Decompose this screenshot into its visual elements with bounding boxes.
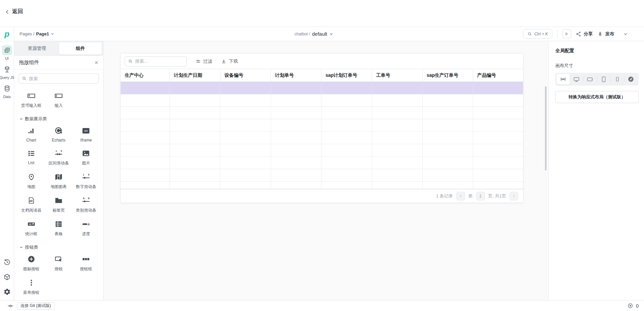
table-cell[interactable]: [170, 82, 220, 94]
table-cell[interactable]: [220, 144, 271, 156]
table-cell[interactable]: [170, 144, 220, 156]
table-row[interactable]: [121, 169, 523, 182]
table-cell[interactable]: [372, 182, 423, 189]
table-cell[interactable]: [423, 119, 473, 131]
download-button[interactable]: 下载: [221, 58, 238, 64]
column-header[interactable]: 工单号: [372, 69, 423, 82]
toolbar-more-chevron-icon[interactable]: [623, 32, 628, 36]
table-cell[interactable]: [271, 82, 321, 94]
column-header[interactable]: sap计划订单号: [321, 69, 372, 82]
table-row[interactable]: [121, 82, 523, 94]
widget-item[interactable]: 12 统计框: [18, 216, 45, 240]
app-env-selector[interactable]: chatbot / default: [295, 27, 333, 41]
device-option-desktop[interactable]: [570, 74, 583, 85]
column-header[interactable]: 计划单号: [271, 69, 321, 82]
table-cell[interactable]: [372, 132, 423, 144]
widget-search-input[interactable]: [29, 76, 95, 81]
table-cell[interactable]: [220, 169, 271, 181]
connect-git-button[interactable]: 连接 Git (测试版): [17, 302, 55, 310]
device-option-custom[interactable]: [624, 74, 638, 85]
publish-button[interactable]: 发布: [597, 31, 614, 37]
widget-item[interactable]: AE 类别滑动条: [72, 192, 100, 216]
history-icon[interactable]: [3, 258, 11, 266]
table-row[interactable]: [121, 144, 523, 157]
device-option-tablet-landscape[interactable]: [583, 74, 597, 85]
table-cell[interactable]: [473, 132, 523, 144]
rail-item-ui[interactable]: UI: [2, 45, 12, 60]
widget-item[interactable]: </> Iframe: [72, 123, 100, 145]
table-cell[interactable]: [220, 119, 271, 131]
table-cell[interactable]: [121, 82, 170, 94]
table-cell[interactable]: [423, 82, 473, 94]
table-cell[interactable]: [423, 182, 473, 189]
tab-widgets[interactable]: 组件: [59, 42, 102, 55]
table-cell[interactable]: [473, 82, 523, 94]
table-cell[interactable]: [321, 94, 372, 106]
table-cell[interactable]: [321, 169, 372, 181]
table-row[interactable]: [121, 107, 523, 119]
column-header[interactable]: 生产中心: [121, 69, 170, 82]
table-row[interactable]: [121, 132, 523, 144]
table-search-input[interactable]: [135, 59, 183, 64]
page-number-input[interactable]: [476, 192, 485, 200]
table-cell[interactable]: [321, 144, 372, 156]
widget-item[interactable]: Echarts: [45, 123, 72, 145]
device-option-tablet-portrait[interactable]: [597, 74, 611, 85]
table-cell[interactable]: [121, 182, 170, 189]
table-row[interactable]: [121, 182, 523, 189]
widget-item[interactable]: 15 区间滑动条: [45, 145, 72, 169]
table-cell[interactable]: [423, 107, 473, 119]
column-header[interactable]: sap生产订单号: [423, 69, 473, 82]
table-row[interactable]: [121, 94, 523, 107]
table-cell[interactable]: [170, 119, 220, 131]
table-cell[interactable]: [121, 132, 170, 144]
table-cell[interactable]: [271, 169, 321, 181]
table-cell[interactable]: [121, 119, 170, 131]
table-cell[interactable]: [121, 144, 170, 156]
preview-play-button[interactable]: [562, 29, 571, 38]
table-cell[interactable]: [121, 94, 170, 106]
widget-item[interactable]: 菜单按钮: [18, 275, 45, 298]
column-header[interactable]: 产品编号: [473, 69, 523, 82]
cube-icon[interactable]: [3, 273, 11, 281]
rail-item-query-js[interactable]: Query JS: [0, 64, 14, 80]
tab-resources[interactable]: 资源管理: [16, 42, 58, 55]
table-cell[interactable]: [271, 182, 321, 189]
column-header[interactable]: 设备编号: [220, 69, 271, 82]
omnibar-search-button[interactable]: Ctrl + K: [523, 29, 552, 39]
table-cell[interactable]: [121, 169, 170, 181]
table-cell[interactable]: [372, 169, 423, 181]
table-cell[interactable]: [423, 169, 473, 181]
table-cell[interactable]: [372, 107, 423, 119]
close-icon[interactable]: ✕: [94, 60, 98, 65]
table-cell[interactable]: [473, 182, 523, 189]
error-counter[interactable]: 0: [627, 303, 639, 309]
share-button[interactable]: 分享: [576, 31, 593, 37]
device-option-fluid[interactable]: [556, 74, 570, 85]
table-cell[interactable]: [170, 157, 220, 169]
table-cell[interactable]: [321, 182, 372, 189]
table-cell[interactable]: [473, 94, 523, 106]
gear-icon[interactable]: [3, 288, 11, 296]
table-cell[interactable]: [372, 144, 423, 156]
canvas-scrollbar[interactable]: [545, 86, 547, 170]
table-cell[interactable]: [372, 82, 423, 94]
widget-item[interactable]: 15 数字滑动条: [72, 169, 100, 192]
table-cell[interactable]: [271, 144, 321, 156]
app-logo[interactable]: p: [0, 27, 14, 41]
table-cell[interactable]: [423, 157, 473, 169]
convert-responsive-button[interactable]: 转换为响应式布局（测试版）: [555, 91, 639, 103]
table-cell[interactable]: [271, 94, 321, 106]
table-cell[interactable]: [372, 119, 423, 131]
table-cell[interactable]: [423, 132, 473, 144]
table-cell[interactable]: [271, 132, 321, 144]
table-cell[interactable]: [321, 132, 372, 144]
table-cell[interactable]: [473, 157, 523, 169]
table-cell[interactable]: [321, 82, 372, 94]
table-cell[interactable]: [473, 107, 523, 119]
table-cell[interactable]: [220, 107, 271, 119]
table-cell[interactable]: [271, 119, 321, 131]
widget-item[interactable]: $ 货币输入框: [18, 88, 45, 111]
widget-item[interactable]: 图标按钮: [18, 251, 45, 275]
widget-item[interactable]: 按钮组: [72, 251, 100, 275]
